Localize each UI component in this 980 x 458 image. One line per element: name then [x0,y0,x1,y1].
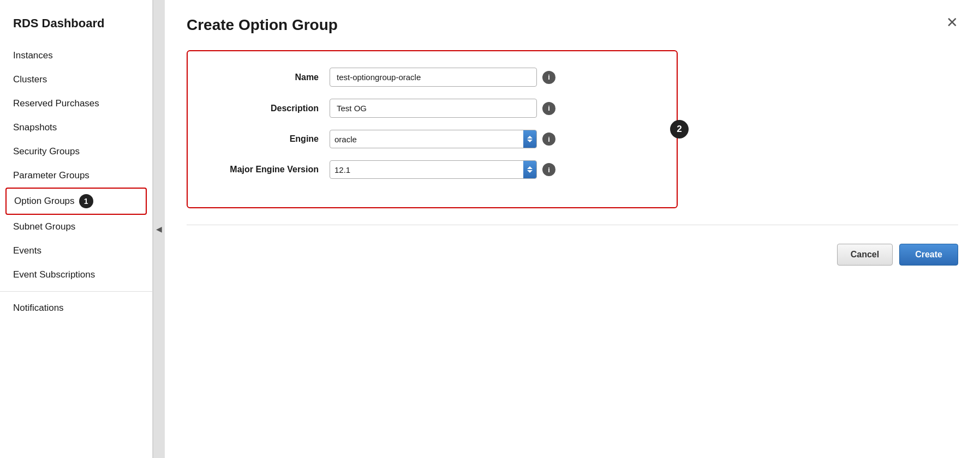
engine-stepper-arrows [523,130,536,148]
sidebar-item-option-groups[interactable]: Option Groups 1 [5,188,147,215]
sidebar-badge-1: 1 [79,194,93,208]
name-info-icon[interactable]: i [542,71,555,84]
engine-field-row: Engine oracle mysql postgres sqlserver i [210,130,655,148]
sidebar-item-label: Reserved Purchases [13,98,99,109]
sidebar-item-notifications[interactable]: Notifications [0,296,152,320]
cancel-button[interactable]: Cancel [837,244,893,266]
sidebar-item-clusters[interactable]: Clusters [0,68,152,92]
engine-version-select-wrapper[interactable]: 12.1 11.2 12.2 19.0 [330,160,537,179]
description-label: Description [210,104,330,113]
engine-version-info-icon[interactable]: i [542,163,555,176]
sidebar-item-label: Notifications [13,303,64,314]
page-title: Create Option Group [187,16,958,34]
engine-select-wrapper[interactable]: oracle mysql postgres sqlserver [330,130,537,148]
sidebar-item-label: Event Subscriptions [13,269,95,280]
sidebar-item-event-subscriptions[interactable]: Event Subscriptions [0,263,152,287]
engine-select[interactable]: oracle mysql postgres sqlserver [330,135,523,144]
sidebar-item-snapshots[interactable]: Snapshots [0,116,152,140]
name-input[interactable] [330,68,537,87]
sidebar-item-label: Parameter Groups [13,170,89,181]
sidebar-item-instances[interactable]: Instances [0,44,152,68]
engine-version-label: Major Engine Version [210,165,330,174]
engine-label: Engine [210,134,330,144]
engine-info-icon[interactable]: i [542,132,555,146]
sidebar: RDS Dashboard Instances Clusters Reserve… [0,0,153,458]
name-field-row: Name i [210,68,655,87]
sidebar-item-label: Snapshots [13,122,57,133]
sidebar-item-label: Events [13,245,41,256]
sidebar-divider [0,291,152,292]
engine-up-arrow [527,136,533,138]
sidebar-item-label: Subnet Groups [13,221,75,232]
engine-version-control-wrap: 12.1 11.2 12.2 19.0 i [330,160,655,179]
sidebar-item-label: Instances [13,50,53,61]
description-control-wrap: i [330,99,655,118]
description-field-row: Description i [210,99,655,118]
engine-version-stepper-arrows [523,161,536,178]
name-control-wrap: i [330,68,655,87]
name-label: Name [210,73,330,82]
engine-control-wrap: oracle mysql postgres sqlserver i [330,130,655,148]
sidebar-title: RDS Dashboard [0,11,152,44]
sidebar-item-events[interactable]: Events [0,239,152,263]
create-button[interactable]: Create [899,244,958,266]
sidebar-item-security-groups[interactable]: Security Groups [0,140,152,164]
engine-version-down-arrow [527,170,533,173]
main-content: Create Option Group ✕ Name i Description… [165,0,980,458]
sidebar-item-subnet-groups[interactable]: Subnet Groups [0,215,152,239]
sidebar-item-label: Clusters [13,74,47,85]
sidebar-item-reserved-purchases[interactable]: Reserved Purchases [0,92,152,116]
section-divider [187,225,958,225]
sidebar-item-label: Security Groups [13,146,80,157]
collapse-icon: ◀ [156,225,162,233]
create-option-group-form: Name i Description i Engine oracle mysql [187,50,678,208]
engine-version-up-arrow [527,166,533,169]
engine-version-field-row: Major Engine Version 12.1 11.2 12.2 19.0… [210,160,655,179]
action-bar: Cancel Create [187,238,958,266]
sidebar-item-parameter-groups[interactable]: Parameter Groups [0,164,152,188]
form-badge-2: 2 [670,120,689,138]
collapse-sidebar-button[interactable]: ◀ [153,0,165,458]
engine-version-select[interactable]: 12.1 11.2 12.2 19.0 [330,165,523,174]
description-input[interactable] [330,99,537,118]
sidebar-item-label: Option Groups [14,196,75,207]
description-info-icon[interactable]: i [542,102,555,115]
engine-down-arrow [527,140,533,142]
close-button[interactable]: ✕ [946,15,958,29]
